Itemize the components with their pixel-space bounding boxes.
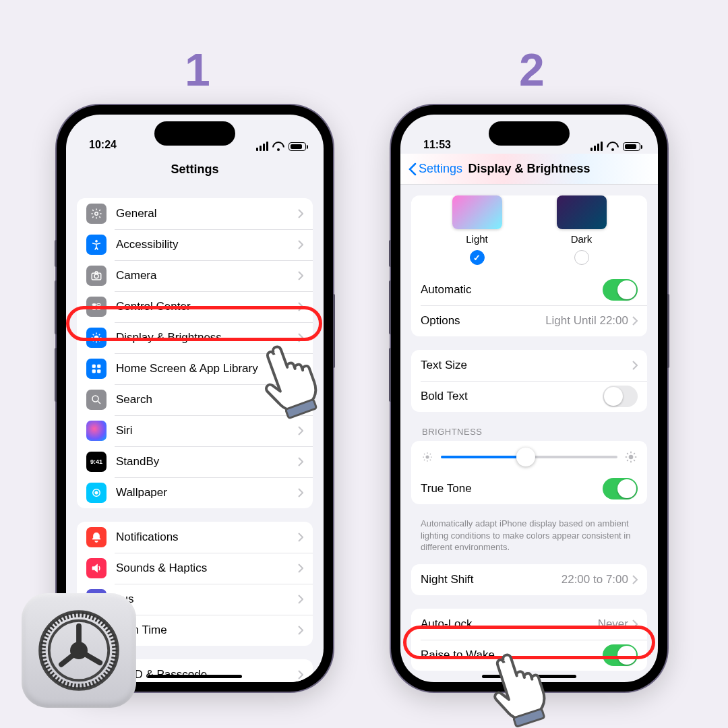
brightness-slider[interactable] (411, 441, 647, 473)
chevron-right-icon (632, 361, 638, 370)
chevron-right-icon (298, 626, 303, 635)
light-radio[interactable] (470, 250, 485, 265)
wifi-icon (607, 142, 619, 151)
row-label: Auto-Lock (421, 617, 598, 631)
chevron-right-icon (298, 457, 303, 466)
home-screen-icon (86, 359, 107, 379)
svg-rect-6 (92, 308, 96, 310)
row-label: True Tone (421, 482, 603, 495)
row-wallpaper[interactable]: Wallpaper (77, 477, 313, 508)
hand-pointer-icon (483, 635, 564, 728)
chevron-right-icon (298, 209, 303, 218)
svg-point-20 (629, 455, 634, 460)
row-text-size[interactable]: Text Size (411, 350, 647, 381)
row-label: cus (116, 593, 298, 606)
svg-line-67 (71, 613, 72, 618)
row-options[interactable]: Options Light Until 22:00 (411, 305, 647, 336)
row-sounds-haptics[interactable]: Sounds & Haptics (77, 553, 313, 584)
svg-line-53 (40, 654, 46, 655)
status-time: 11:53 (423, 139, 451, 151)
appearance-dark[interactable]: Dark (557, 195, 607, 265)
standby-icon: 9:41 (86, 452, 107, 472)
row-night-shift[interactable]: Night Shift 22:00 to 7:00 (411, 564, 647, 595)
camera-icon (86, 266, 107, 286)
chevron-right-icon (298, 670, 303, 679)
svg-rect-12 (98, 370, 101, 373)
accessibility-icon (86, 235, 107, 255)
appearance-light[interactable]: Light (452, 195, 502, 265)
row-camera[interactable]: Camera (77, 260, 313, 291)
raise-wake-switch[interactable] (603, 644, 638, 666)
back-label: Settings (419, 162, 462, 176)
status-time: 10:24 (89, 139, 117, 151)
chevron-right-icon (632, 316, 638, 326)
svg-point-13 (92, 396, 98, 402)
row-automatic[interactable]: Automatic (411, 274, 647, 305)
svg-line-70 (82, 612, 83, 617)
svg-line-48 (48, 670, 52, 673)
brightness-header: BRIGHTNESS (422, 427, 636, 437)
title-text: Settings (171, 162, 218, 177)
brightness-icon (86, 328, 107, 348)
row-notifications[interactable]: Notifications (77, 522, 313, 553)
svg-line-26 (111, 657, 117, 659)
dark-thumbnail (557, 195, 607, 229)
notifications-icon (86, 527, 107, 547)
phone-step-2: 11:53 Settings Display & Brightness Ligh… (391, 105, 667, 692)
svg-rect-10 (98, 365, 101, 368)
dark-radio[interactable] (574, 250, 589, 265)
back-button[interactable]: Settings (408, 154, 462, 184)
row-label: Text Size (421, 359, 632, 372)
svg-point-19 (426, 456, 429, 459)
row-label: Automatic (421, 283, 603, 297)
row-standby[interactable]: 9:41 StandBy (77, 446, 313, 477)
automatic-switch[interactable] (603, 279, 638, 301)
svg-line-78 (106, 628, 110, 631)
true-tone-switch[interactable] (603, 478, 638, 499)
svg-line-63 (56, 619, 59, 624)
settings-app-icon (22, 593, 136, 708)
dynamic-island (154, 121, 235, 146)
svg-rect-4 (92, 304, 96, 306)
sun-large-icon (624, 450, 638, 464)
cellular-icon (256, 142, 268, 151)
chevron-right-icon (298, 533, 303, 542)
svg-line-83 (112, 646, 117, 647)
row-label: Night Shift (421, 573, 562, 586)
row-true-tone[interactable]: True Tone (411, 473, 647, 504)
chevron-right-icon (298, 271, 303, 280)
row-bold-text[interactable]: Bold Text (411, 381, 647, 412)
row-label: Bold Text (421, 390, 603, 403)
svg-line-75 (98, 619, 102, 624)
svg-line-52 (41, 657, 47, 659)
svg-rect-5 (97, 304, 100, 306)
row-label: Accessibility (116, 238, 298, 251)
row-label: reen Time (116, 624, 298, 637)
appearance-picker: Light Dark (411, 195, 647, 274)
page-title: Settings (66, 154, 324, 185)
svg-line-37 (86, 683, 87, 688)
svg-line-45 (56, 677, 59, 681)
sun-small-icon (421, 450, 434, 464)
row-accessibility[interactable]: Accessibility (77, 229, 313, 260)
svg-point-1 (96, 240, 98, 242)
light-label: Light (452, 233, 502, 245)
row-label: Wallpaper (116, 486, 298, 499)
row-general[interactable]: General (77, 198, 313, 229)
bold-text-switch[interactable] (603, 386, 638, 407)
row-label: Siri (116, 424, 298, 437)
row-control-center[interactable]: Control Center (77, 291, 313, 322)
row-value: Never (598, 617, 628, 631)
svg-line-41 (71, 683, 72, 688)
home-indicator[interactable] (148, 675, 242, 678)
row-label: StandBy (116, 455, 298, 468)
svg-point-8 (94, 336, 98, 340)
chevron-left-icon (408, 162, 417, 176)
svg-line-55 (40, 646, 46, 647)
svg-line-30 (106, 670, 110, 673)
chevron-right-icon (298, 240, 303, 249)
page-title: Display & Brightness (468, 162, 590, 176)
chevron-right-icon (298, 302, 303, 311)
row-label: Sounds & Haptics (116, 562, 298, 575)
chevron-right-icon (632, 619, 638, 629)
